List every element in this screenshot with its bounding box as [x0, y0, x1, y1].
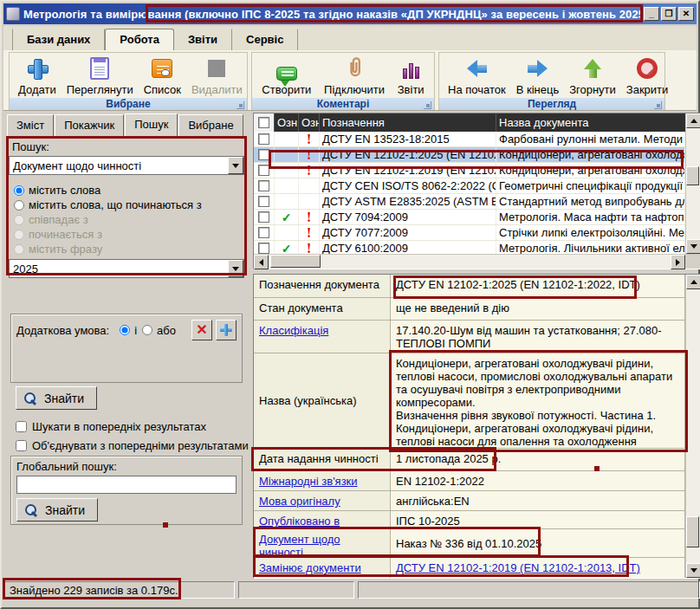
classification-link[interactable]: Класифікація: [254, 321, 391, 353]
alert-mark-icon: !: [299, 163, 320, 178]
valid-mark-icon: ✓: [275, 241, 299, 254]
row-checkbox[interactable]: [258, 243, 269, 254]
radio-or[interactable]: або: [142, 324, 176, 337]
group-expand-icon[interactable]: [654, 101, 662, 109]
checkbox-input[interactable]: [16, 440, 27, 451]
table-row[interactable]: ✓ ! ДСТУ 7094:2009 Метрологія. Маса нафт…: [254, 210, 685, 225]
row-checkbox[interactable]: [258, 211, 269, 223]
find-button-label: Знайти: [45, 503, 85, 517]
tab-zvity[interactable]: Звіти: [174, 29, 232, 50]
add-button[interactable]: Додати: [13, 55, 62, 98]
table-row[interactable]: ✓ ! ДСТУ 6100:2009 Метрологія. Лічильник…: [254, 241, 685, 254]
doc-code: ДСТУ EN 12102-1:2025 (EN 12102-1: [320, 147, 496, 162]
search-field-value: Документ щодо чинності: [10, 157, 228, 174]
checkbox-search-previous[interactable]: Шукати в попередніх результатах: [16, 420, 206, 433]
find-button[interactable]: Знайти: [16, 386, 97, 410]
row-checkbox[interactable]: [258, 165, 269, 176]
chevron-down-icon[interactable]: [228, 157, 243, 174]
checkbox-union-previous[interactable]: Об'єднувати з попередніми результатами: [16, 439, 249, 452]
collapse-button[interactable]: Згорнути: [564, 55, 621, 98]
radio-starts-with-words[interactable]: містить слова, що починаються з: [14, 198, 244, 211]
replaced-document-link[interactable]: ДСТУ EN 12102-1:2019 (EN 12102-1:2013, I…: [391, 558, 684, 578]
search-field-combobox[interactable]: Документ щодо чинності: [9, 156, 244, 175]
tab-zmist[interactable]: Зміст: [7, 114, 54, 136]
group-expand-icon[interactable]: [237, 101, 244, 109]
scroll-right-icon[interactable]: [671, 255, 685, 269]
group-expand-icon[interactable]: [424, 101, 431, 109]
ribbon-group-view: На початок В кінець Згорнути Закрити Пер…: [438, 52, 665, 110]
column-header-mark1[interactable]: Озн: [275, 113, 299, 132]
table-row[interactable]: ДСТУ CEN ISO/TS 8062-2:2022 (CEI Геометр…: [254, 178, 685, 194]
radio-input[interactable]: [142, 325, 152, 335]
alert-mark-icon: [299, 178, 320, 193]
button-label: Переглянути: [67, 83, 133, 96]
radio-input[interactable]: [14, 200, 24, 211]
column-header-name[interactable]: Назва документа: [496, 113, 685, 132]
replaces-documents-link[interactable]: Замінює документи: [254, 558, 391, 578]
tab-poshuk[interactable]: Пошук: [125, 113, 178, 137]
remove-condition-button[interactable]: ✕: [191, 320, 212, 340]
tab-pokazhchyk[interactable]: Покажчик: [55, 114, 124, 136]
radio-label: містить фразу: [29, 243, 102, 256]
original-language-link[interactable]: Мова оригіналу: [254, 491, 391, 510]
scroll-thumb[interactable]: [686, 516, 699, 547]
column-header-mark2[interactable]: Озн: [299, 113, 320, 132]
table-row[interactable]: ! ДСТУ EN 12102-1:2019 (EN 12102-1 Конди…: [254, 163, 685, 178]
tab-vybrane[interactable]: Вибране: [178, 114, 243, 136]
scroll-left-icon[interactable]: [254, 255, 269, 269]
radio-and[interactable]: і: [120, 324, 137, 337]
table-row[interactable]: ! ДСТУ EN 13523-18:2015 Фарбовані рулонн…: [254, 132, 685, 147]
scroll-down-icon[interactable]: [686, 239, 700, 254]
doc-name: Стандартний метод випробувань для: [496, 194, 685, 209]
doc-code: ДСТУ EN 12102-1:2019 (EN 12102-1: [320, 163, 496, 178]
scroll-thumb[interactable]: [686, 166, 699, 185]
radio-input[interactable]: [14, 185, 24, 196]
checkbox-input[interactable]: [16, 421, 27, 432]
view-button[interactable]: Переглянути: [62, 55, 139, 98]
global-find-button[interactable]: Знайти: [16, 498, 98, 522]
close-button[interactable]: ✕: [678, 7, 694, 21]
column-header-code[interactable]: Позначення: [320, 113, 496, 132]
search-term-combobox[interactable]: 2025: [9, 259, 244, 278]
table-row[interactable]: ! ДСТУ 7077:2009 Стрічки липкі електроіз…: [254, 225, 685, 241]
select-all-checkbox[interactable]: [254, 113, 275, 132]
maximize-button[interactable]: ❐: [661, 7, 677, 21]
scroll-up-icon[interactable]: [686, 113, 700, 128]
validity-document-link[interactable]: Документ щодо чинності: [254, 529, 391, 557]
go-start-button[interactable]: На початок: [443, 55, 511, 98]
radio-contains-words[interactable]: містить слова: [14, 184, 244, 197]
arrow-right-icon: [522, 56, 552, 81]
go-end-button[interactable]: В кінець: [511, 55, 565, 98]
tab-robota[interactable]: Робота: [105, 29, 174, 51]
add-condition-button[interactable]: [216, 320, 237, 340]
tab-servis[interactable]: Сервіс: [232, 29, 298, 50]
global-search-input[interactable]: [16, 476, 237, 494]
row-checkbox[interactable]: [258, 227, 269, 238]
grid-vertical-scrollbar[interactable]: [685, 113, 700, 254]
table-row[interactable]: ДСТУ ASTM E2835:2025 (ASTM E28: Стандарт…: [254, 194, 685, 210]
attach-button[interactable]: Підключити: [319, 55, 390, 98]
tab-bazy-danykh[interactable]: Бази даних: [12, 29, 105, 50]
row-checkbox[interactable]: [258, 149, 269, 160]
chevron-down-icon[interactable]: [228, 260, 243, 277]
scroll-up-icon[interactable]: [686, 275, 700, 289]
create-comment-button[interactable]: Створити: [256, 55, 316, 98]
table-row-selected[interactable]: ! ДСТУ EN 12102-1:2025 (EN 12102-1 Конди…: [254, 147, 685, 163]
detail-value: Кондиціонери, агрегатовані охолоджувачі …: [391, 353, 684, 448]
x-icon: ✕: [196, 323, 207, 337]
close-db-button[interactable]: Закрити: [621, 55, 673, 98]
row-checkbox[interactable]: [258, 180, 269, 191]
scroll-thumb[interactable]: [270, 255, 321, 268]
row-checkbox[interactable]: [258, 196, 269, 207]
international-links-link[interactable]: Міжнародні зв'язки: [254, 471, 391, 490]
reports-button[interactable]: Звіти: [392, 55, 430, 98]
row-checkbox[interactable]: [258, 133, 269, 145]
grid-horizontal-scrollbar[interactable]: [254, 254, 700, 269]
details-vertical-scrollbar[interactable]: [685, 275, 700, 578]
radio-input[interactable]: [120, 325, 130, 335]
published-in-link[interactable]: Опубліковано в: [254, 511, 391, 528]
scroll-down-icon[interactable]: [686, 563, 700, 578]
minimize-button[interactable]: _: [644, 7, 659, 21]
list-button[interactable]: Список: [139, 55, 186, 98]
valid-mark-icon: ✓: [275, 210, 299, 224]
